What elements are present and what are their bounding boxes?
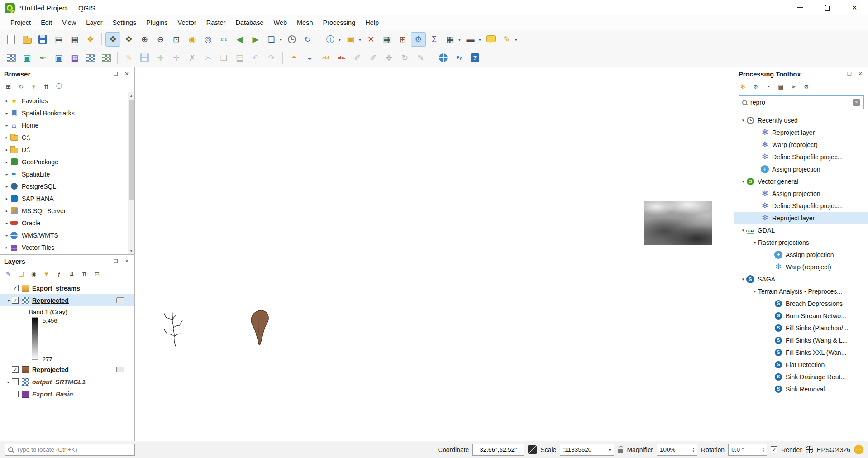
collapse-all-button[interactable]: ⇈	[81, 271, 88, 277]
vertex-tool-button[interactable]: ✛	[169, 51, 184, 65]
label-options-abc-button[interactable]: abc	[334, 51, 349, 65]
show-layout-manager-button[interactable]: ▦	[67, 32, 82, 47]
minimize-button[interactable]	[787, 0, 814, 15]
expander-icon[interactable]: ▸	[4, 172, 10, 177]
menu-plugins[interactable]: Plugins	[141, 17, 173, 29]
zoom-in-button[interactable]: ⊕	[137, 32, 152, 47]
toolbox-item-assign-projection[interactable]: Assign projection	[734, 248, 868, 261]
messages-button[interactable]	[854, 445, 863, 454]
python-console-button[interactable]: Py	[452, 51, 467, 65]
zoom-out-button[interactable]: ⊖	[153, 32, 168, 47]
toolbox-group-raster-projections[interactable]: ▾ Raster projections	[734, 236, 868, 248]
menu-raster[interactable]: Raster	[201, 17, 231, 29]
browser-item-wms-wmts[interactable]: ▸ WMS/WMTS	[0, 229, 127, 241]
processing-toolbox-button[interactable]: ⚙	[411, 32, 426, 47]
open-project-button[interactable]	[19, 32, 34, 47]
menu-view[interactable]: View	[57, 17, 81, 29]
chevron-down-icon[interactable]	[477, 37, 482, 42]
close-panel-button[interactable]	[857, 71, 864, 78]
expander-icon[interactable]: ▾	[740, 277, 746, 281]
float-panel-button[interactable]	[112, 258, 119, 265]
data-source-manager-button[interactable]	[4, 51, 19, 65]
layer-visibility-checkbox[interactable]	[12, 378, 19, 385]
toolbox-item-define-shapefile-projection[interactable]: Define Shapefile projec...	[734, 200, 868, 212]
toolbox-search-box[interactable]	[739, 95, 864, 109]
menu-project[interactable]: Project	[5, 17, 36, 29]
pan-to-selection-button[interactable]: ✥	[121, 32, 136, 47]
new-spatialite-layer-button[interactable]: ▣	[51, 51, 66, 65]
expander-icon[interactable]: ▸	[4, 123, 10, 128]
spinner-buttons[interactable]	[763, 447, 764, 453]
browser-scrollbar[interactable]	[128, 92, 134, 254]
browser-item-oracle[interactable]: ▸ Oracle	[0, 217, 127, 229]
expander-icon[interactable]: ▸	[4, 148, 10, 152]
new-project-button[interactable]	[4, 32, 19, 47]
zoom-last-button[interactable]: ◀	[232, 32, 247, 47]
toolbox-item-flat-detection[interactable]: Flat Detection	[734, 358, 868, 371]
layer-visibility-checkbox[interactable]	[12, 391, 19, 397]
lock-scale-icon[interactable]	[618, 449, 623, 453]
add-feature-button[interactable]: ✚	[153, 51, 168, 65]
menu-mesh[interactable]: Mesh	[292, 17, 318, 29]
copy-features-button[interactable]: ❏	[216, 51, 231, 65]
menu-edit[interactable]: Edit	[36, 17, 57, 29]
toolbox-item-warp-reproject[interactable]: Warp (reproject)	[734, 261, 868, 273]
providers-button[interactable]: ⚙	[752, 83, 759, 90]
layer-item-export-streams[interactable]: ✓ Export_streams	[0, 282, 134, 294]
save-project-button[interactable]	[35, 32, 50, 47]
results-viewer-button[interactable]: ▤	[777, 83, 785, 90]
expander-icon[interactable]: ▾	[740, 228, 746, 233]
add-selected-layers-button[interactable]: ⊞	[5, 83, 12, 90]
scale-combo[interactable]: :11335620	[560, 444, 614, 456]
menu-database[interactable]: Database	[230, 17, 268, 29]
new-map-view-button[interactable]: ❏	[264, 32, 279, 47]
browser-item-sap-hana[interactable]: ▸ SAP HANA	[0, 192, 127, 205]
maximize-button[interactable]	[814, 0, 841, 15]
browser-item-favorites[interactable]: ▸ Favorites	[0, 95, 127, 107]
menu-layer[interactable]: Layer	[81, 17, 107, 29]
float-panel-button[interactable]	[112, 71, 119, 78]
layer-visibility-checkbox[interactable]: ✓	[12, 366, 19, 373]
style-manager-button[interactable]: ❖	[83, 32, 98, 47]
undo-button[interactable]: ↶	[248, 51, 263, 65]
magnifier-spinner[interactable]: 100%	[657, 444, 697, 456]
history-button[interactable]: ◔	[764, 83, 772, 90]
map-tips-button[interactable]	[483, 32, 498, 47]
redo-button[interactable]: ↷	[264, 51, 279, 65]
scroll-up-icon[interactable]	[128, 92, 134, 99]
menu-processing[interactable]: Processing	[318, 17, 361, 29]
crs-globe-icon[interactable]	[806, 446, 813, 453]
attribute-table-views-button[interactable]: ▦	[443, 32, 458, 47]
chevron-down-icon[interactable]	[358, 37, 362, 42]
new-virtual-layer-button[interactable]: ▦	[67, 51, 82, 65]
menu-web[interactable]: Web	[268, 17, 292, 29]
float-panel-button[interactable]	[846, 71, 853, 78]
expander-icon[interactable]: ▸	[4, 135, 10, 140]
chevron-down-icon[interactable]	[514, 37, 519, 42]
cut-features-button[interactable]: ✂	[200, 51, 215, 65]
toolbox-item-fill-sinks-planchon[interactable]: Fill Sinks (Planchon/...	[734, 322, 868, 334]
chevron-down-icon[interactable]	[278, 37, 283, 42]
options-button[interactable]: ⚙	[802, 83, 810, 90]
layer-visibility-checkbox[interactable]: ✓	[12, 285, 19, 291]
close-panel-button[interactable]	[123, 258, 130, 265]
collapse-all-button[interactable]: ⇈	[43, 83, 50, 90]
pan-map-button[interactable]: ✥	[105, 32, 120, 47]
browser-item-d-drive[interactable]: ▸ D:\	[0, 143, 127, 156]
scroll-down-icon[interactable]	[128, 248, 134, 254]
highlight-labels-button[interactable]: ✐	[366, 51, 381, 65]
layer-visibility-checkbox[interactable]: ✓	[12, 297, 19, 304]
browser-item-mssql[interactable]: ▸ MS SQL Server	[0, 205, 127, 217]
expander-icon[interactable]: ▸	[4, 209, 10, 213]
toggle-editing-button[interactable]: ✎	[121, 51, 136, 65]
models-button[interactable]: ✻	[739, 83, 747, 90]
menu-vector[interactable]: Vector	[173, 17, 201, 29]
layer-item-reprojected-basin[interactable]: ✓ Reprojected	[0, 363, 134, 376]
add-group-button[interactable]: ❏	[17, 271, 25, 277]
menu-settings[interactable]: Settings	[108, 17, 141, 29]
expander-icon[interactable]: ▸	[4, 184, 10, 189]
remove-layer-button[interactable]: ⊟	[93, 271, 101, 277]
deselect-features-button[interactable]: ✕	[363, 32, 378, 47]
measure-button[interactable]: ▬	[463, 32, 478, 47]
zoom-full-button[interactable]: ⊡	[169, 32, 184, 47]
